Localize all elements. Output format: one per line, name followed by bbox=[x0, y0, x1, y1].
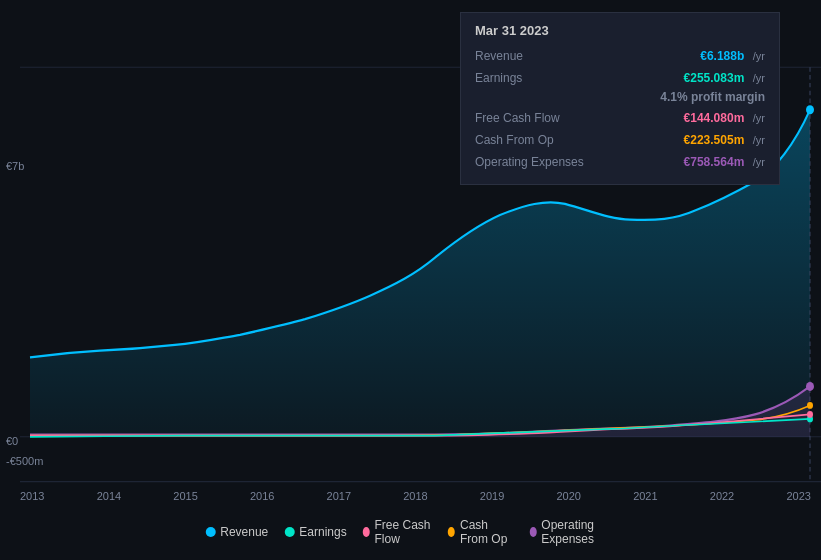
legend-item-revenue[interactable]: Revenue bbox=[205, 525, 268, 539]
legend-item-cash-from-op[interactable]: Cash From Op bbox=[448, 518, 513, 546]
tooltip-label-revenue: Revenue bbox=[475, 49, 585, 63]
tooltip-row-revenue: Revenue €6.188b /yr bbox=[475, 46, 765, 64]
tooltip-unit-cash-from-op: /yr bbox=[753, 134, 765, 146]
x-label-2014: 2014 bbox=[97, 490, 121, 502]
legend-dot-operating-expenses bbox=[529, 527, 536, 537]
tooltip-value-free-cash: €144.080m bbox=[684, 111, 745, 125]
free-cash-dot bbox=[807, 411, 813, 418]
revenue-dot bbox=[806, 105, 814, 114]
chart-legend: Revenue Earnings Free Cash Flow Cash Fro… bbox=[205, 518, 616, 546]
x-axis-labels: 2013 2014 2015 2016 2017 2018 2019 2020 … bbox=[20, 490, 811, 502]
tooltip: Mar 31 2023 Revenue €6.188b /yr Earnings… bbox=[460, 12, 780, 185]
tooltip-label-free-cash: Free Cash Flow bbox=[475, 111, 585, 125]
legend-label-operating-expenses: Operating Expenses bbox=[541, 518, 615, 546]
tooltip-unit-operating-exp: /yr bbox=[753, 156, 765, 168]
tooltip-label-operating-exp: Operating Expenses bbox=[475, 155, 585, 169]
legend-label-earnings: Earnings bbox=[299, 525, 346, 539]
tooltip-title: Mar 31 2023 bbox=[475, 23, 765, 38]
legend-dot-cash-from-op bbox=[448, 527, 455, 537]
tooltip-unit-revenue: /yr bbox=[753, 50, 765, 62]
tooltip-row-earnings-margin: 4.1% profit margin bbox=[475, 90, 765, 104]
legend-label-free-cash-flow: Free Cash Flow bbox=[374, 518, 432, 546]
tooltip-row-earnings: Earnings €255.083m /yr bbox=[475, 68, 765, 86]
x-label-2015: 2015 bbox=[173, 490, 197, 502]
tooltip-row-operating-exp: Operating Expenses €758.564m /yr bbox=[475, 152, 765, 170]
legend-label-cash-from-op: Cash From Op bbox=[460, 518, 514, 546]
tooltip-unit-free-cash: /yr bbox=[753, 112, 765, 124]
tooltip-value-revenue: €6.188b bbox=[700, 49, 744, 63]
tooltip-label-earnings: Earnings bbox=[475, 71, 585, 85]
op-exp-dot bbox=[806, 382, 814, 391]
tooltip-value-cash-from-op: €223.505m bbox=[684, 133, 745, 147]
legend-label-revenue: Revenue bbox=[220, 525, 268, 539]
x-label-2022: 2022 bbox=[710, 490, 734, 502]
legend-item-free-cash-flow[interactable]: Free Cash Flow bbox=[363, 518, 433, 546]
tooltip-row-free-cash: Free Cash Flow €144.080m /yr bbox=[475, 108, 765, 126]
cash-op-dot bbox=[807, 402, 813, 409]
x-label-2013: 2013 bbox=[20, 490, 44, 502]
tooltip-label-cash-from-op: Cash From Op bbox=[475, 133, 585, 147]
legend-item-operating-expenses[interactable]: Operating Expenses bbox=[529, 518, 615, 546]
tooltip-unit-earnings: /yr bbox=[753, 72, 765, 84]
legend-item-earnings[interactable]: Earnings bbox=[284, 525, 346, 539]
x-label-2023: 2023 bbox=[786, 490, 810, 502]
legend-dot-free-cash-flow bbox=[363, 527, 370, 537]
chart-container: Mar 31 2023 Revenue €6.188b /yr Earnings… bbox=[0, 0, 821, 560]
x-label-2018: 2018 bbox=[403, 490, 427, 502]
tooltip-value-earnings: €255.083m bbox=[684, 71, 745, 85]
x-label-2020: 2020 bbox=[556, 490, 580, 502]
legend-dot-earnings bbox=[284, 527, 294, 537]
x-label-2017: 2017 bbox=[327, 490, 351, 502]
x-label-2021: 2021 bbox=[633, 490, 657, 502]
x-label-2019: 2019 bbox=[480, 490, 504, 502]
tooltip-value-operating-exp: €758.564m bbox=[684, 155, 745, 169]
tooltip-row-cash-from-op: Cash From Op €223.505m /yr bbox=[475, 130, 765, 148]
legend-dot-revenue bbox=[205, 527, 215, 537]
tooltip-value-margin: 4.1% profit margin bbox=[660, 90, 765, 104]
x-label-2016: 2016 bbox=[250, 490, 274, 502]
